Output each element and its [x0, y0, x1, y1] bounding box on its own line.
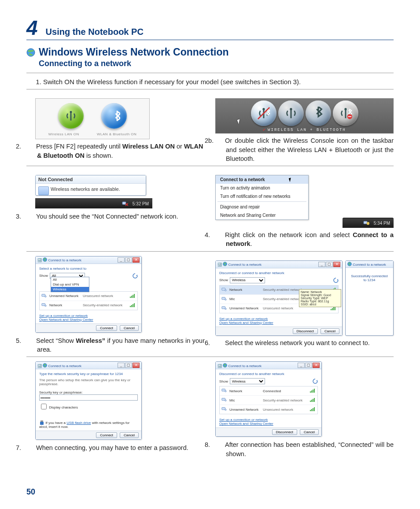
window-buttons[interactable]: _▢✕ — [297, 363, 320, 368]
step-5: 5.Select “Show Wireless” if you have man… — [37, 336, 205, 354]
network-row[interactable]: Unnamed NetworkUnsecured network — [40, 292, 137, 301]
dialog-title: Connect to a network — [48, 258, 81, 262]
cancel-button[interactable]: Cancel — [321, 328, 339, 334]
connect-button[interactable]: Connect — [96, 432, 117, 438]
show-filter-select[interactable]: Wireless — [230, 378, 265, 384]
bluetooth-on-icon — [101, 103, 127, 129]
console-bt-icon — [306, 100, 331, 126]
menu-notif[interactable]: Turn off notification of new networks — [216, 192, 308, 201]
tray-context-illustration: Connect to a network Turn on activity an… — [215, 175, 394, 228]
bt-on-label: WLAN & Bluetooth ON — [97, 132, 136, 136]
cancel-button[interactable]: Cancel — [300, 429, 319, 435]
console-wlan-icon — [278, 100, 304, 126]
rule — [26, 89, 394, 89]
tray-context-menu: Connect to a network Turn on activity an… — [215, 175, 309, 220]
refresh-icon[interactable] — [313, 379, 318, 384]
tray-balloon-title: Not Connected — [36, 175, 146, 184]
show-filter-dropdown: All Dial-up and VPN Wireless — [51, 277, 89, 292]
link-center[interactable]: Open Network and Sharing Center — [39, 318, 138, 322]
pass-header: Type the network security key or passphr… — [39, 372, 138, 376]
step-7: 7.When connecting, you may have to enter… — [37, 443, 205, 452]
window-buttons[interactable]: _▢✕ — [117, 363, 140, 368]
disconnect-button[interactable]: Disconnect — [293, 328, 318, 334]
step-3: 3.You should see the “Not Connected” net… — [37, 212, 205, 221]
chapter-number: 4 — [26, 18, 38, 38]
page-number: 50 — [26, 487, 35, 497]
network-globe-icon — [38, 186, 49, 195]
rule — [26, 357, 394, 357]
rule — [26, 251, 394, 252]
rule — [26, 73, 394, 73]
tray-clock: 5:34 PM — [374, 221, 390, 226]
cancel-button[interactable]: Cancel — [120, 325, 139, 331]
network-row[interactable]: NetworkConnected — [220, 386, 317, 396]
step-6: 6.Select the wireless network you want t… — [226, 338, 394, 347]
link-center[interactable]: Open Network and Sharing Center — [219, 422, 318, 426]
wireless-console-illustration: WIRELESS LAN + BLUETOOTH — [215, 98, 394, 134]
cancel-button[interactable]: Cancel — [120, 432, 139, 438]
step-2b: 2b.Or double click the Wireless Console … — [226, 136, 394, 163]
globe-icon — [26, 48, 35, 57]
rule — [26, 166, 394, 166]
connect-button[interactable]: Connect — [96, 325, 117, 331]
tray-balloon-body: Wireless networks are available. — [51, 186, 120, 192]
network-row[interactable]: MicSecurity-enabled network — [220, 396, 317, 405]
console-caption: WIRELESS LAN + BLUETOOTH — [217, 127, 391, 132]
show-filter-select[interactable]: Wireless — [230, 277, 265, 283]
refresh-icon[interactable] — [133, 273, 138, 279]
success-text: Successfully connected to 1234 — [346, 268, 393, 284]
menu-diagnose[interactable]: Diagnose and repair — [216, 203, 308, 211]
link-setup[interactable]: Set up a connection or network — [219, 418, 318, 422]
step-8: 8.After connection has been established,… — [226, 440, 394, 458]
section-subtitle: Connecting to a network — [39, 59, 394, 68]
link-setup[interactable]: Set up a connection or network — [219, 317, 339, 321]
menu-connect[interactable]: Connect to a network — [216, 175, 308, 184]
display-chars-checkbox[interactable] — [41, 404, 47, 409]
section-title: Windows Wireless Network Connection — [39, 46, 229, 58]
chapter-title: Using the Notebook PC — [46, 27, 144, 37]
dialog-header: Select a network to connect to — [39, 267, 138, 271]
menu-center[interactable]: Network and Sharing Center — [216, 211, 308, 219]
window-buttons[interactable]: _▢✕ — [318, 262, 340, 267]
usb-link[interactable]: USB flash drive — [66, 421, 91, 425]
console-wlan-bt-icon — [251, 100, 276, 126]
tray-network-icon[interactable] — [122, 201, 128, 207]
wlan-on-icon — [58, 103, 84, 129]
window-buttons[interactable]: _▢✕ — [117, 257, 140, 263]
step-1: Switch ON the Wireless function if neces… — [43, 78, 394, 86]
wlan-on-label: Wireless LAN ON — [48, 132, 79, 136]
link-center[interactable]: Open Network and Sharing Center — [219, 321, 339, 325]
network-tooltip: Name: Network Signal Strength: Good Secu… — [299, 289, 341, 307]
rule — [26, 40, 394, 40]
step-2: 2.Press [FN F2] repeatedly until Wireles… — [37, 142, 205, 160]
menu-anim[interactable]: Turn on activity animation — [216, 184, 308, 192]
refresh-icon[interactable] — [333, 278, 339, 283]
console-off-icon — [333, 100, 358, 126]
network-row[interactable]: NetworkSecurity-enabled network — [40, 301, 137, 310]
tray-clock: 5:32 PM — [133, 201, 149, 206]
tray-balloon: Not Connected Wireless networks are avai… — [35, 175, 146, 196]
step-4: 4.Right click on the network icon and se… — [226, 230, 394, 249]
tray-network-icon[interactable] — [363, 220, 369, 226]
passphrase-input[interactable] — [39, 394, 138, 401]
disconnect-button[interactable]: Disconnect — [272, 429, 298, 435]
network-row[interactable]: Unnamed NetworkUnsecured network — [220, 405, 317, 414]
link-setup[interactable]: Set up a connection or network — [39, 314, 138, 318]
